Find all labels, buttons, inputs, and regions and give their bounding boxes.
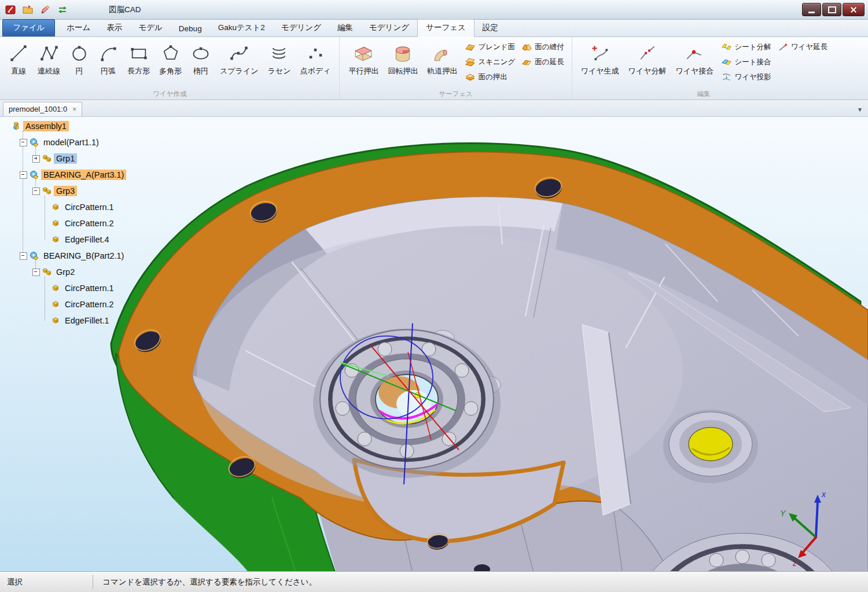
tool-face-extend[interactable]: 面の延長 [519,56,567,68]
tool-spline[interactable]: スプライン [216,39,263,78]
maximize-button[interactable] [822,3,841,16]
tool-polygon[interactable]: 多角形 [155,39,186,78]
tree-item-model-part1[interactable]: model(Part1.1) [5,134,126,150]
tree-item-label[interactable]: EdgeFillet.1 [62,315,112,326]
tool-wire-explode[interactable]: ワイヤ分解 [624,39,671,78]
tool-label: ワイヤ延長 [791,42,827,52]
tool-skinning[interactable]: スキニング [462,56,518,68]
group-edit: ワイヤ生成 ワイヤ分解 ワイヤ接合 シート分解 シート接合 [572,37,836,100]
document-tab[interactable]: premodel_1001:0 × [3,102,82,116]
tool-wire-join[interactable]: ワイヤ接合 [671,39,718,78]
wire-explode-icon [637,42,658,65]
tool-label: 楕円 [193,66,208,76]
parallel-extrude-icon [353,42,374,65]
tree-item-label[interactable]: Grp2 [54,267,77,277]
swap-arrows-icon[interactable] [56,3,69,17]
yellow-plug[interactable] [663,410,758,483]
tab-modeling-1[interactable]: モデリング [273,20,329,36]
tool-face-extrude[interactable]: 面の押出 [462,71,518,83]
tool-sheet-explode[interactable]: シート分解 [719,41,774,53]
tree-item-edgefillet1[interactable]: EdgeFillet.1 [5,312,126,329]
tree-item-label[interactable]: BEARING_A(Part3.1) [41,170,126,180]
document-tab-close-icon[interactable]: × [72,106,76,113]
part-icon [30,170,39,179]
close-button[interactable] [843,3,865,16]
tree-item-grp2[interactable]: Grp2 [5,264,126,280]
tree-item-label[interactable]: Grp1 [54,153,77,164]
tool-line[interactable]: 直線 [5,39,32,78]
tree-item-circpattern1-b[interactable]: CircPattern.1 [5,280,126,296]
skinning-icon [465,57,475,67]
tab-settings[interactable]: 設定 [475,20,506,36]
tree-item-label[interactable]: model(Part1.1) [41,137,101,148]
tab-edit[interactable]: 編集 [329,20,361,36]
close-icon [850,6,857,13]
tab-list-icon[interactable]: ▼ [857,106,863,113]
tree-item-label[interactable]: BEARING_B(Part2.1) [41,251,126,261]
tree-item-label[interactable]: CircPattern.1 [62,202,116,212]
collapse-icon[interactable] [32,269,40,276]
tab-view[interactable]: 表示 [98,20,130,36]
tool-label: 軌道押出 [427,66,457,76]
tool-face-sew[interactable]: 面の縫付 [519,41,567,53]
tree-item-label[interactable]: EdgeFillet.4 [62,234,112,245]
tree-item-label[interactable]: CircPattern.2 [62,299,116,310]
tree-item-assembly1[interactable]: Assembly1 [5,118,126,134]
tool-label: ワイヤ接合 [675,66,713,76]
group-icon [42,186,52,196]
axis-label-x: x [821,490,826,499]
tool-sweep-extrude[interactable]: 軌道押出 [423,39,461,78]
tree-item-label[interactable]: CircPattern.1 [62,283,116,293]
tool-arc[interactable]: 円弧 [94,39,122,78]
tab-debug[interactable]: Debug [171,21,210,36]
tool-revolve-extrude[interactable]: 回転押出 [384,39,422,78]
tab-modeling-2[interactable]: モデリング [361,20,417,36]
tree-item-grp3[interactable]: Grp3 [5,183,126,199]
tree-item-circpattern2-a[interactable]: CircPattern.2 [5,215,126,231]
open-folder-icon[interactable] [21,3,35,17]
tool-wire-project[interactable]: ワイヤ投影 [719,71,774,83]
tab-file[interactable]: ファイル [2,19,55,36]
tree-item-bearing-a[interactable]: BEARING_A(Part3.1) [5,167,126,183]
collapse-icon[interactable] [20,252,27,260]
tab-home[interactable]: ホーム [58,20,98,36]
tool-ellipse[interactable]: 楕円 [187,39,215,78]
wire-create-icon [590,42,610,65]
tree-item-label[interactable]: CircPattern.2 [62,218,116,229]
tool-wire-extend[interactable]: ワイヤ延長 [775,41,830,53]
tool-label: 長方形 [127,66,150,76]
collapse-icon[interactable] [32,187,40,195]
tool-point-body[interactable]: 点ボディ [296,39,334,78]
tool-helix[interactable]: ラセン [264,39,295,78]
collapse-icon[interactable] [20,171,27,179]
tab-surface[interactable]: サーフェス [417,19,475,37]
tool-label: ラセン [268,66,291,76]
tool-label: 面の押出 [478,72,507,82]
expand-icon[interactable] [32,155,40,163]
tool-wire-create[interactable]: ワイヤ生成 [577,39,623,78]
tool-label: ワイヤ分解 [628,66,667,76]
tab-gaku-test2[interactable]: Gakuテスト2 [210,20,273,36]
tool-polyline[interactable]: 連続線 [34,39,64,78]
tool-circle[interactable]: 円 [65,39,93,78]
collapse-icon[interactable] [20,139,27,146]
tree-item-grp1[interactable]: Grp1 [5,150,126,167]
tool-blend-face[interactable]: ブレンド面 [462,41,518,53]
tool-parallel-extrude[interactable]: 平行押出 [344,39,382,78]
bearing-a[interactable] [313,329,501,478]
tree-item-edgefillet4[interactable]: EdgeFillet.4 [5,231,126,248]
edit-pen-icon[interactable] [38,3,52,17]
tree-item-bearing-b[interactable]: BEARING_B(Part2.1) [5,248,126,264]
tree-item-circpattern2-b[interactable]: CircPattern.2 [5,296,126,312]
tree-item-label[interactable]: Assembly1 [23,121,69,131]
minimize-button[interactable] [802,3,821,16]
tree-item-label[interactable]: Grp3 [54,186,77,196]
tab-model[interactable]: モデル [130,20,170,36]
tree-item-circpattern1-a[interactable]: CircPattern.1 [5,199,126,215]
document-tab-bar: premodel_1001:0 × ▼ [0,100,868,117]
feature-icon [51,219,60,228]
tool-sheet-join[interactable]: シート接合 [719,56,774,68]
scene-canvas[interactable]: x Y z [0,117,868,571]
tool-rectangle[interactable]: 長方形 [123,39,154,78]
viewport-3d[interactable]: x Y z Assembly1 model(Part1.1) Grp1 [0,117,868,571]
